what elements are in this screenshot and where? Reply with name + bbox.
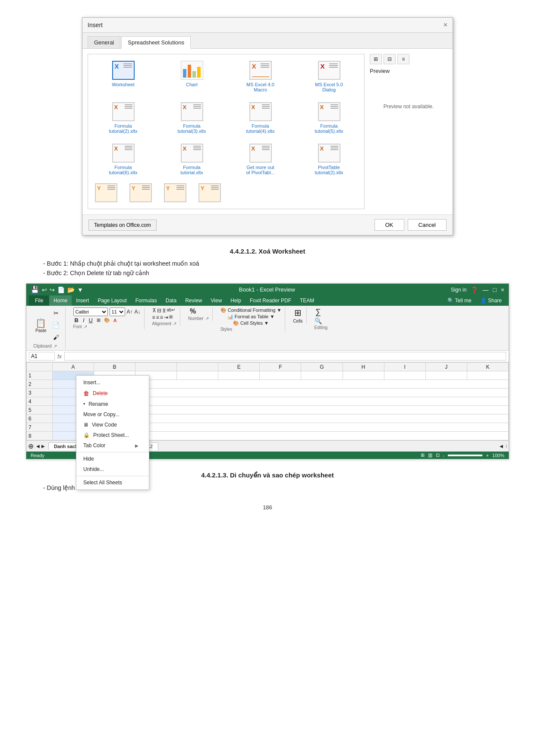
cell-styles-button[interactable]: 🎨 Cell Styles ▼ [233,320,269,326]
template-formula2[interactable]: X Formulatutorial(2).xltx [91,99,155,135]
ctx-delete[interactable]: 🗑 Delete [76,388,149,399]
open-icon[interactable]: 📂 [67,286,75,293]
top-align-icon[interactable]: ⊼ [152,307,156,314]
indent-icon[interactable]: ⇥ [164,314,168,320]
underline-button[interactable]: U [88,317,94,323]
template-pivot2[interactable]: X PivotTabletutorial(2).xltx [297,141,361,177]
cell-g1[interactable] [301,371,343,380]
scroll-left-icon[interactable]: ◀ [500,444,503,449]
cell-d1[interactable] [177,371,218,380]
zoom-out-icon[interactable]: - [443,453,445,458]
ctx-unhide[interactable]: Unhide... [76,464,149,474]
template-extra3[interactable]: Y [160,180,190,205]
formula-input[interactable] [64,352,506,361]
sheet-options-icon[interactable]: ⁝ [506,444,507,449]
template-formula5[interactable]: X Formulatutorial(5).xltx [297,99,361,135]
menu-help[interactable]: Help [226,295,245,306]
left-align-icon[interactable]: ≡ [152,314,155,320]
template-list-area[interactable]: X Worksheet [88,54,365,209]
ctx-rename[interactable]: • Rename [76,399,149,409]
undo-icon[interactable]: ↩ [42,286,47,293]
zoom-slider[interactable] [448,455,482,456]
ok-button[interactable]: OK [374,219,404,231]
minimize-button[interactable]: — [482,286,488,293]
menu-formulas[interactable]: Formulas [131,295,161,306]
cell-reference-box[interactable] [29,352,55,361]
wrap-text-icon[interactable]: ab↵ [167,307,175,314]
redo-icon[interactable]: ↪ [50,286,55,293]
ctx-hide[interactable]: Hide [76,454,149,464]
template-chart[interactable]: Chart [160,58,223,94]
font-name-select[interactable]: Calibri [73,307,108,316]
border-icon[interactable]: ⊞ [96,317,101,323]
quick-access-icon[interactable]: ▼ [77,286,83,293]
ctx-view-code[interactable]: 🖥 View Code [76,420,149,430]
template-excel40[interactable]: X MS Excel 4.0Macro [229,58,292,94]
format-painter-button[interactable]: 🖌 [50,332,62,343]
help-icon[interactable]: ❓ [471,286,478,293]
new-icon[interactable]: 📄 [57,286,65,293]
view-break-icon[interactable]: ⊡ [436,452,440,458]
add-sheet-button[interactable]: ⊕ [28,442,34,450]
menu-view[interactable]: View [207,295,227,306]
menu-review[interactable]: Review [181,295,206,306]
alignment-expand-icon[interactable]: ↗ [173,321,176,326]
share-menu[interactable]: 👤 Share [476,295,506,306]
decrease-font-icon[interactable]: A↓ [135,309,141,315]
center-align-icon[interactable]: ≡ [156,314,159,320]
copy-button[interactable]: 📄 [50,320,62,331]
number-expand-icon[interactable]: ↗ [205,316,209,321]
paste-button[interactable]: 📋 Paste [33,317,49,334]
clipboard-expand-icon[interactable]: ↗ [54,344,57,348]
ctx-tab-color[interactable]: Tab Color ▶ [76,440,149,451]
sheet-nav-right[interactable]: ▶ [41,444,45,449]
col-header-e[interactable]: E [218,363,260,371]
maximize-button[interactable]: □ [493,286,496,293]
template-getmore[interactable]: X Get more outof PivotTabl... [229,141,292,177]
template-formulax[interactable]: X Formulatutorial.xltx [160,141,223,177]
cell-j1[interactable] [425,371,467,380]
close-button[interactable]: × [501,286,504,293]
increase-font-icon[interactable]: A↑ [127,309,133,315]
ctx-move-or-copy[interactable]: Move or Copy... [76,409,149,420]
italic-button[interactable]: I [82,317,86,323]
col-header-h[interactable]: H [343,363,384,371]
col-header-g[interactable]: G [301,363,343,371]
sheet-nav-left[interactable]: ◀ [36,444,40,449]
col-header-k[interactable]: K [467,363,508,371]
template-formula6[interactable]: X Formulatutorial(6).xltx [91,141,155,177]
font-color-icon[interactable]: A [113,318,117,323]
cell-h1[interactable] [343,371,384,380]
view-layout-icon[interactable]: ▥ [428,452,432,458]
format-as-table-button[interactable]: 📊 Format as Table ▼ [227,314,275,320]
ctx-select-all-sheets[interactable]: Select All Sheets [76,477,149,488]
col-header-j[interactable]: J [425,363,467,371]
ctx-insert[interactable]: Insert... [76,377,149,388]
fill-icon[interactable]: 🔍 [315,317,322,324]
cell-i1[interactable] [384,371,425,380]
right-align-icon[interactable]: ≡ [160,314,163,320]
small-icons-view[interactable]: ⊟ [384,54,396,64]
zoom-in-icon[interactable]: + [486,453,488,458]
col-header-f[interactable]: F [260,363,301,371]
tab-general[interactable]: General [88,36,120,48]
template-extra4[interactable]: Y [195,180,224,205]
percent-button[interactable]: % [188,307,198,315]
ctx-protect-sheet[interactable]: 🔒 Protect Sheet... [76,430,149,440]
menu-insert[interactable]: Insert [72,295,93,306]
cancel-button[interactable]: Cancel [408,219,447,231]
fill-color-icon[interactable]: 🎨 [103,317,111,323]
col-header-c[interactable] [135,363,177,371]
col-header-a[interactable]: A [53,363,94,371]
view-normal-icon[interactable]: ⊞ [421,452,425,458]
excel-save-icon[interactable]: 💾 [31,285,39,294]
template-worksheet[interactable]: X Worksheet [91,58,155,94]
conditional-formatting-button[interactable]: 🎨 Conditional Formatting ▼ [220,307,282,313]
menu-team[interactable]: TEAM [296,295,318,306]
cell-f1[interactable] [260,371,301,380]
cut-button[interactable]: ✂ [50,307,62,319]
tab-spreadsheet-solutions[interactable]: Spreadsheet Solutions [121,36,191,49]
template-formula3[interactable]: X Formulatutorial(3).xltx [160,99,223,135]
cell-k1[interactable] [467,371,508,380]
menu-page-layout[interactable]: Page Layout [93,295,131,306]
